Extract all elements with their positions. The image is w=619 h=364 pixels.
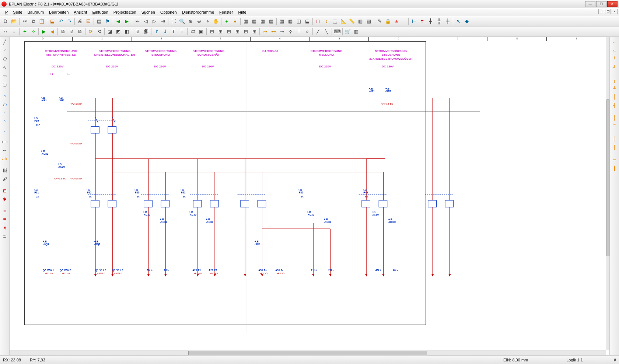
scrollbar-vertical[interactable]	[606, 37, 609, 350]
tee3-icon[interactable]: ├	[611, 93, 618, 101]
next-page-icon[interactable]: ▶	[123, 17, 131, 25]
arrow-up-icon[interactable]: ⇑	[153, 28, 161, 36]
new-icon[interactable]: 🗋	[1, 17, 10, 25]
junction2-icon[interactable]: ╬	[435, 17, 443, 25]
lock-icon[interactable]: 🔒	[384, 17, 392, 25]
menu-seite[interactable]: Seite	[11, 9, 24, 15]
mdi-restore-button[interactable]: ❐	[605, 9, 611, 14]
prev-page-icon[interactable]: ◀	[114, 17, 122, 25]
zoom-extents-icon[interactable]: ⛶	[169, 17, 178, 25]
polyline-icon[interactable]: ⟋	[1, 47, 8, 54]
break-v-icon[interactable]: ╫	[611, 135, 618, 143]
key-icon[interactable]: ⌨	[333, 28, 341, 36]
break-h-icon[interactable]: ╪	[611, 144, 618, 151]
unlock-icon[interactable]: 🔺	[392, 17, 401, 25]
run-icon[interactable]: ●	[223, 17, 231, 25]
junction3-icon[interactable]: ╪	[444, 17, 452, 25]
menu-ansicht[interactable]: Ansicht	[71, 9, 89, 15]
zoom-in-icon[interactable]: ⊕	[186, 17, 195, 25]
scrollbar-thumb[interactable]	[606, 99, 609, 256]
menu-projekt[interactable]: P	[3, 9, 10, 15]
grid-b-icon[interactable]: ⊞	[216, 28, 224, 36]
layer-icon[interactable]: ⬚	[331, 17, 339, 25]
page2-icon[interactable]: 🗐	[142, 28, 150, 36]
arc-icon[interactable]: ◜	[1, 109, 8, 117]
net-tool-icon[interactable]: ≣	[1, 216, 8, 223]
nav-first-icon[interactable]: ⇤	[133, 17, 141, 25]
polygon-icon[interactable]: ⬠	[1, 55, 8, 63]
label-icon[interactable]: 🏷	[189, 28, 197, 36]
text-icon[interactable]: T	[169, 28, 178, 36]
dim1-icon[interactable]: ⟷	[1, 138, 8, 146]
grid-e-icon[interactable]: ⊞	[242, 28, 250, 36]
marker2-icon[interactable]: ◩	[114, 28, 122, 36]
measure-icon[interactable]: 📏	[348, 17, 356, 25]
doc1-icon[interactable]: 🗎	[59, 28, 67, 36]
rect2-icon[interactable]: ▢	[1, 81, 8, 88]
spline-icon[interactable]: ∿	[1, 64, 8, 71]
minimize-button[interactable]: —	[585, 1, 595, 7]
wire2-icon[interactable]: ╲	[322, 28, 331, 36]
scrollbar-horizontal[interactable]	[10, 350, 606, 355]
grid-f-icon[interactable]: ⊞	[250, 28, 258, 36]
canvas-area[interactable]: 0 1 2 3 4 5 6 7 8 9	[10, 37, 609, 355]
menu-einfuegen[interactable]: Einfügen	[90, 9, 110, 15]
cursor-icon[interactable]: ↖	[454, 17, 462, 25]
doc3-icon[interactable]: 🗎	[76, 28, 84, 36]
marker1-icon[interactable]: ◪	[106, 28, 114, 36]
menu-dienstprogramme[interactable]: Dienstprogramme	[180, 9, 216, 15]
close-button[interactable]: ✕	[607, 1, 618, 7]
cut-icon[interactable]: ✂	[21, 17, 29, 25]
ortho-icon[interactable]: ↕	[322, 17, 331, 25]
conn3-icon[interactable]: ⊸	[278, 28, 286, 36]
dim2-icon[interactable]: ↔	[1, 147, 8, 154]
doc2-icon[interactable]: 🗎	[67, 28, 76, 36]
tee2-icon[interactable]: ┴	[611, 85, 618, 92]
open-icon[interactable]: 📂	[10, 17, 18, 25]
junction-icon[interactable]: ╋	[427, 17, 435, 25]
menu-fenster[interactable]: Fenster	[217, 9, 235, 15]
menu-projektdaten[interactable]: Projektdaten	[111, 9, 139, 15]
grid5-icon[interactable]: ▦	[278, 17, 286, 25]
refresh2-icon[interactable]: ⟲	[95, 28, 103, 36]
maximize-button[interactable]: ☐	[596, 1, 606, 7]
paste-icon[interactable]: 📋	[38, 17, 46, 25]
arrow1-icon[interactable]: ↔	[1, 28, 10, 36]
puzzle-icon[interactable]: ✦	[21, 28, 29, 36]
grid2-icon[interactable]: ▦	[250, 17, 258, 25]
menu-hilfe[interactable]: Hilfe	[236, 9, 248, 15]
diamond-icon[interactable]: ◆	[463, 17, 471, 25]
mdi-close-button[interactable]: ×	[612, 9, 618, 14]
jumper-icon[interactable]: ⌒	[611, 123, 618, 130]
insert-left-icon[interactable]: ◀	[48, 28, 56, 36]
grid6-icon[interactable]: ▦	[286, 17, 294, 25]
properties-icon[interactable]: ▤	[95, 17, 103, 25]
tee4-icon[interactable]: ┤	[611, 102, 618, 109]
grid-c-icon[interactable]: ⊟	[225, 28, 233, 36]
menu-suchen[interactable]: Suchen	[139, 9, 157, 15]
segment2-icon[interactable]: ┃	[611, 165, 618, 172]
segment-icon[interactable]: ━	[611, 156, 618, 164]
stop-icon[interactable]: ●	[231, 17, 239, 25]
tags-icon[interactable]: ▣	[197, 28, 205, 36]
bus-icon[interactable]: ⊢	[410, 17, 418, 25]
scrollbar-thumb[interactable]	[188, 351, 427, 355]
menu-optionen[interactable]: Optionen	[158, 9, 179, 15]
conn2-icon[interactable]: ⊷	[269, 28, 277, 36]
angle4-icon[interactable]: ┘	[611, 64, 618, 71]
cart-icon[interactable]: 🛒	[344, 28, 352, 36]
arc3-icon[interactable]: ◟	[1, 126, 8, 134]
copy-icon[interactable]: ⧉	[29, 17, 37, 25]
drawing-canvas[interactable]: 0 1 2 3 4 5 6 7 8 9	[13, 37, 606, 350]
save-icon[interactable]: ⬓	[48, 17, 56, 25]
nav-prev-icon[interactable]: ◁	[142, 17, 150, 25]
grid-a-icon[interactable]: ⊞	[208, 28, 216, 36]
brush-icon[interactable]: 🖌	[1, 175, 8, 183]
bars-icon[interactable]: ≡	[418, 17, 426, 25]
nav-last-icon[interactable]: ⇥	[159, 17, 167, 25]
shield-icon[interactable]: ⊃	[1, 233, 8, 240]
circle-icon[interactable]: ○	[1, 92, 8, 100]
angle-icon[interactable]: ⌐	[611, 38, 618, 46]
edit-icon[interactable]: ✎	[375, 17, 384, 25]
angle3-icon[interactable]: └	[611, 55, 618, 63]
